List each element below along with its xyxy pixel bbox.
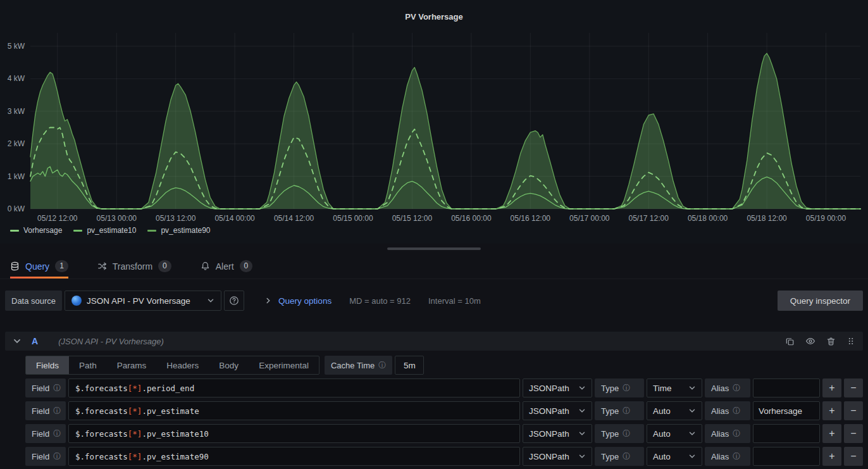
chart-legend: Vorhersage pv_estimate10 pv_estimate90 [10,226,210,235]
tab-transform[interactable]: Transform 0 [97,254,171,278]
chevron-right-icon [264,297,272,304]
eye-icon [805,336,815,346]
tab-experimental[interactable]: Experimental [249,356,319,374]
cache-time-label: Cache Time ⓘ [325,356,392,375]
query-options-toggle[interactable]: Query options [264,291,332,311]
language-select[interactable]: JSONPath [523,401,592,420]
tab-path[interactable]: Path [69,356,107,374]
datasource-logo-icon [71,296,82,306]
datasource-label-text: Data source [11,296,56,306]
add-field-button[interactable]: + [822,424,841,443]
shuffle-icon [97,261,107,271]
alert-count-badge: 0 [240,260,253,272]
svg-text:05/16 12:00: 05/16 12:00 [511,214,551,223]
legend-label: pv_estimate10 [87,226,136,235]
language-select[interactable]: JSONPath [523,447,592,466]
jsonpath-input[interactable]: $.forecasts[*].period_end [68,378,520,397]
tab-label: Transform [113,261,152,272]
svg-text:05/14 12:00: 05/14 12:00 [274,214,314,223]
info-icon: ⓘ [623,453,630,460]
cache-time-label-text: Cache Time [331,361,375,370]
svg-text:05/16 00:00: 05/16 00:00 [451,214,492,223]
chevron-down-icon [688,384,696,392]
alias-input[interactable] [753,447,820,466]
type-select[interactable]: Auto [647,424,702,443]
tab-query[interactable]: Query 1 [10,254,68,278]
tab-params[interactable]: Params [107,356,157,374]
datasource-row: Data source JSON API - PV Vorhersage Que… [5,291,863,311]
type-select[interactable]: Auto [647,401,702,420]
max-data-points-summary: MD = auto = 912 [349,296,411,306]
alias-input[interactable] [753,401,820,420]
alias-input[interactable] [753,378,820,397]
info-icon: ⓘ [733,453,740,460]
tab-headers[interactable]: Headers [156,356,209,374]
info-icon: ⓘ [53,384,61,392]
jsonpath-input[interactable]: $.forecasts[*].pv_estimate90 [68,447,520,466]
tab-body[interactable]: Body [209,356,249,374]
legend-item-pv-estimate90[interactable]: pv_estimate90 [147,226,210,235]
query-editor-body: Fields Path Params Headers Body Experime… [0,351,868,466]
jsonpath-input[interactable]: $.forecasts[*].pv_estimate10 [68,424,520,443]
question-circle-icon [229,296,239,306]
remove-field-button[interactable]: − [844,424,863,443]
hide-query-button[interactable] [805,336,815,346]
info-icon: ⓘ [53,430,61,437]
bell-icon [201,261,210,271]
type-label: Typeⓘ [595,424,644,443]
panel-resize-row [0,244,868,254]
datasource-help-button[interactable] [224,291,244,311]
info-icon: ⓘ [623,407,630,415]
trash-icon [826,337,836,346]
add-field-button[interactable]: + [822,378,841,397]
add-field-button[interactable]: + [822,447,841,466]
collapse-query-icon[interactable] [13,337,22,346]
query-header-row[interactable]: A (JSON API - PV Vorhersage) [5,332,863,351]
alias-label: Aliasⓘ [705,378,750,397]
field-label: Fieldⓘ [25,378,66,397]
query-ref-id: A [32,336,38,346]
datasource-picker[interactable]: JSON API - PV Vorhersage [65,291,221,311]
svg-text:05/15 00:00: 05/15 00:00 [333,214,373,223]
query-count-badge: 1 [55,260,68,272]
legend-item-pv-estimate10[interactable]: pv_estimate10 [73,226,136,235]
transform-count-badge: 0 [158,260,171,272]
tab-alert[interactable]: Alert 0 [201,254,252,278]
type-select[interactable]: Time [647,378,702,397]
svg-text:05/13 12:00: 05/13 12:00 [156,214,196,223]
delete-query-button[interactable] [826,337,836,346]
chevron-down-icon [688,430,696,437]
svg-text:1 kW: 1 kW [8,172,25,181]
language-select[interactable]: JSONPath [523,424,592,443]
add-field-button[interactable]: + [822,401,841,420]
legend-item-vorhersage[interactable]: Vorhersage [10,226,62,235]
legend-color-swatch [73,230,82,232]
duplicate-query-button[interactable] [785,337,795,346]
datasource-value: JSON API - PV Vorhersage [87,296,190,306]
remove-field-button[interactable]: − [844,401,863,420]
svg-text:0 kW: 0 kW [8,204,25,213]
editor-tabs-bar: Query 1 Transform 0 Alert 0 [0,254,868,279]
panel-title: PV Vorhersage [0,12,868,22]
database-icon [10,261,20,271]
svg-text:05/17 12:00: 05/17 12:00 [628,214,669,223]
tab-fields[interactable]: Fields [26,356,69,374]
type-select[interactable]: Auto [647,447,702,466]
language-select[interactable]: JSONPath [523,378,592,397]
alias-input[interactable] [753,424,820,443]
svg-text:4 kW: 4 kW [8,74,25,83]
query-header-actions [785,336,855,346]
drag-handle[interactable] [846,337,855,346]
svg-text:05/18 00:00: 05/18 00:00 [688,214,728,223]
remove-field-button[interactable]: − [844,447,863,466]
cache-time-input[interactable]: 5m [395,356,424,375]
query-inspector-button[interactable]: Query inspector [778,291,863,311]
svg-text:05/19 00:00: 05/19 00:00 [806,214,846,223]
remove-field-button[interactable]: − [844,378,863,397]
svg-text:05/17 00:00: 05/17 00:00 [569,214,610,223]
panel-resize-handle[interactable] [387,247,481,250]
jsonpath-input[interactable]: $.forecasts[*].pv_estimate [68,401,520,420]
chevron-down-icon [578,384,586,392]
svg-text:05/15 12:00: 05/15 12:00 [392,214,433,223]
info-icon: ⓘ [53,407,61,415]
